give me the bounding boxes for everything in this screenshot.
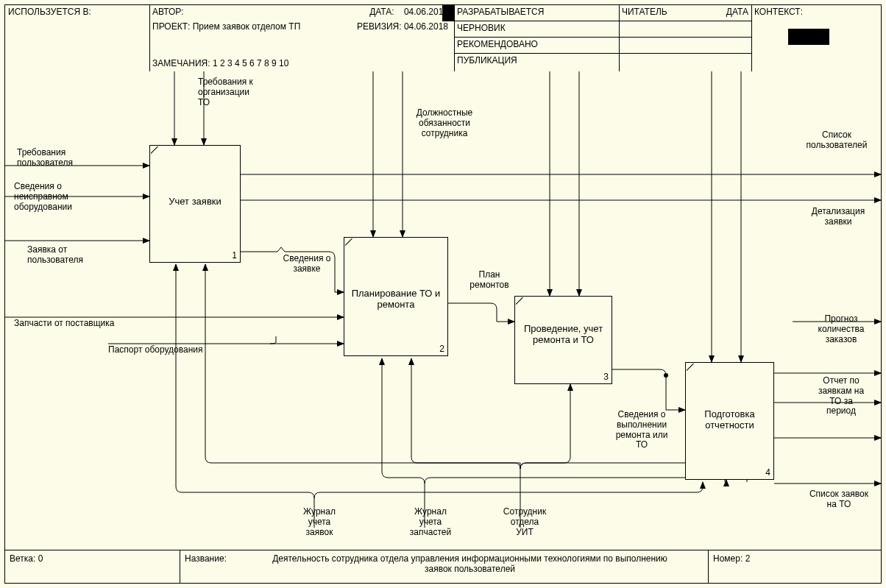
header: ИСПОЛЬЗУЕТСЯ В: АВТОР: ДАТА: 04.06.2018 … — [5, 5, 881, 72]
lbl-repair-done: Сведения овыполненииремонта илиТО — [609, 410, 675, 450]
lbl-app-info: Сведения озаявке — [277, 254, 336, 274]
footer-title: Название: Деятельность сотрудника отдела… — [180, 550, 709, 583]
date: ДАТА: 04.06.2018 — [366, 5, 451, 18]
lbl-parts-sup: Запчасти от поставщика — [14, 319, 146, 329]
lbl-req-org: Требования корганизацииТО — [198, 77, 264, 107]
author-label: АВТОР: — [149, 5, 186, 18]
lbl-uit-emp: СотрудникотделаУИТ — [495, 507, 554, 537]
footer: Ветка: 0 Название: Деятельность сотрудни… — [5, 550, 881, 583]
lbl-user-req: Требованияпользователя — [17, 148, 91, 169]
lbl-forecast: Прогнозколичествазаказов — [804, 314, 878, 344]
lbl-users-list: Списокпользователей — [800, 130, 873, 151]
lbl-user-app: Заявка отпользователя — [27, 245, 101, 266]
box-2: Планирование ТО и ремонта 2 — [344, 237, 448, 356]
box-1: Учет заявки 1 — [149, 145, 241, 263]
status-marker — [442, 5, 454, 21]
lbl-to-list: Список заявокна ТО — [798, 489, 879, 510]
context-label: КОНТЕКСТ: — [751, 5, 881, 18]
lbl-parts-log: Журналучетазапчастей — [401, 507, 460, 537]
footer-number: Номер: 2 — [709, 550, 881, 583]
lbl-duties: Должностныеобязанностисотрудника — [411, 108, 478, 138]
footer-branch: Ветка: 0 — [5, 550, 180, 583]
lbl-equip-info: Сведения онеисправномоборудовании — [14, 182, 95, 212]
context-blackbox — [788, 29, 829, 45]
lbl-report: Отчет позаявкам наТО запериод — [804, 376, 878, 417]
status-developing: РАЗРАБАТЫВАЕТСЯ — [454, 5, 619, 21]
status-publication: ПУБЛИКАЦИЯ — [454, 54, 619, 70]
lbl-repair-plan: Планремонтов — [460, 270, 519, 291]
box-4: Подготовка отчетности 4 — [685, 362, 774, 480]
diagram-canvas: Учет заявки 1 Планирование ТО и ремонта … — [5, 71, 881, 550]
project: ПРОЕКТ: Прием заявок отделом ТП — [149, 20, 303, 33]
status-draft: ЧЕРНОВИК — [454, 21, 619, 38]
used-in-label: ИСПОЛЬЗУЕТСЯ В: — [5, 5, 149, 18]
svg-point-15 — [664, 373, 668, 378]
box-3: Проведение, учет ремонта и ТО 3 — [514, 296, 612, 384]
lbl-app-log: Журналучетазаявок — [294, 507, 345, 537]
reader-row: ЧИТАТЕЛЬ ДАТА — [619, 5, 751, 21]
revision: РЕВИЗИЯ: 04.06.2018 — [354, 20, 451, 33]
lbl-app-detail: Детализациязаявки — [801, 207, 875, 227]
notes: ЗАМЕЧАНИЯ: 1 2 3 4 5 6 7 8 9 10 — [149, 57, 291, 70]
lbl-passport: Паспорт оборудования — [108, 345, 241, 355]
status-recommended: РЕКОМЕНДОВАНО — [454, 38, 619, 54]
